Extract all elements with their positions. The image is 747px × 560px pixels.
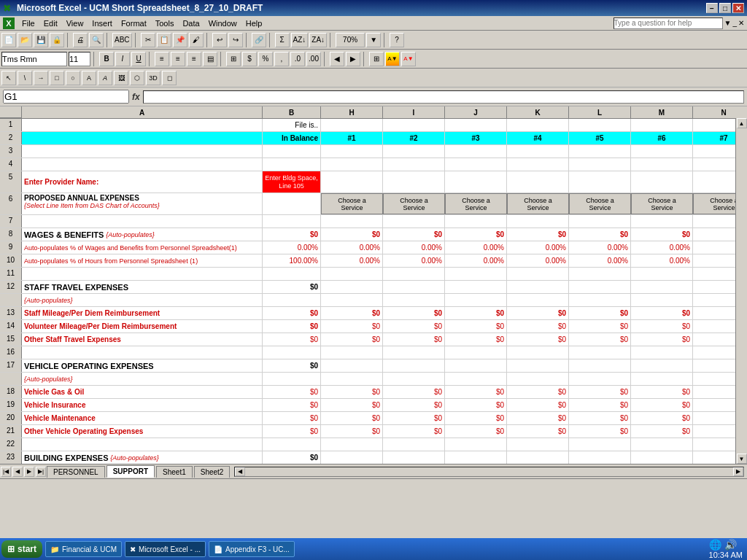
cell-A1[interactable]	[22, 119, 263, 131]
draw-wordart[interactable]: A	[98, 71, 112, 85]
tab-sheet2[interactable]: Sheet2	[194, 466, 231, 478]
cell-A17[interactable]: VEHICLE OPERATING EXPENSES	[22, 359, 263, 372]
menu-file[interactable]: File	[18, 18, 39, 29]
permission-button[interactable]: 🔒	[50, 33, 64, 47]
help-toolbar-button[interactable]: ?	[390, 33, 404, 47]
sort-za-button[interactable]: ZA↓	[309, 33, 327, 47]
vertical-scrollbar[interactable]: ▲ ▼	[735, 118, 747, 464]
cell-J6[interactable]: Choose aService	[445, 193, 507, 214]
new-button[interactable]: 📄	[1, 33, 16, 47]
cell-A9[interactable]: Auto-populates % of Wages and Benefits f…	[22, 241, 263, 254]
menu-tools[interactable]: Tools	[151, 18, 179, 29]
cell-B4[interactable]	[263, 158, 321, 171]
cell-B5[interactable]: Enter Bldg Space, Line 105	[263, 171, 321, 192]
cell-B6[interactable]	[263, 193, 321, 214]
menu-window[interactable]: Window	[204, 18, 241, 29]
tab-support[interactable]: SUPPORT	[107, 465, 155, 478]
cut-button[interactable]: ✂	[141, 33, 155, 47]
menu-help[interactable]: Help	[241, 18, 267, 29]
font-color-button[interactable]: A▼	[401, 52, 416, 66]
cell-A10[interactable]: Auto-populates % of Hours from Personnel…	[22, 254, 263, 267]
save-button[interactable]: 💾	[34, 33, 48, 47]
zoom-button[interactable]: 70%	[336, 33, 365, 47]
col-header-N[interactable]: N	[693, 106, 747, 118]
increase-decimal[interactable]: .0	[290, 52, 305, 66]
cell-A5[interactable]: Enter Provider Name:	[22, 171, 263, 192]
draw-diagram[interactable]: ⬡	[130, 71, 144, 85]
italic-button[interactable]: I	[115, 52, 130, 66]
tab-prev-button[interactable]: ◀	[12, 467, 23, 477]
paste-button[interactable]: 📌	[173, 33, 187, 47]
open-button[interactable]: 📂	[18, 33, 32, 47]
cell-A8[interactable]: WAGES & BENEFITS {Auto-populates}	[22, 228, 263, 241]
cell-I6[interactable]: Choose aService	[383, 193, 445, 214]
font-name-input[interactable]	[1, 52, 67, 66]
sort-az-button[interactable]: AZ↓	[291, 33, 309, 47]
comma-button[interactable]: ,	[274, 52, 289, 66]
taskbar-financial[interactable]: 📁 Financial & UCM	[45, 541, 122, 557]
menu-format[interactable]: Format	[117, 18, 151, 29]
col-header-J[interactable]: J	[445, 106, 507, 118]
decrease-decimal[interactable]: .00	[306, 52, 321, 66]
border-button[interactable]: ⊞	[369, 52, 384, 66]
cell-J1[interactable]	[445, 119, 507, 131]
cell-A6[interactable]: PROPOSED ANNUAL EXPENSES {Select Line It…	[22, 193, 263, 214]
cell-B8[interactable]: $0	[263, 228, 321, 241]
align-left-button[interactable]: ≡	[155, 52, 169, 66]
menu-view[interactable]: View	[62, 18, 88, 29]
col-header-B[interactable]: B	[263, 106, 321, 118]
cell-K1[interactable]	[507, 119, 569, 131]
cell-B1[interactable]: File is..	[263, 119, 321, 131]
cell-reference-box[interactable]	[3, 90, 129, 104]
cell-A3[interactable]	[22, 145, 263, 158]
col-header-I[interactable]: I	[383, 106, 445, 118]
printpreview-button[interactable]: 🔍	[89, 33, 104, 47]
cell-I2[interactable]: #2	[383, 132, 445, 144]
col-header-K[interactable]: K	[507, 106, 569, 118]
maximize-button[interactable]: □	[719, 3, 731, 13]
cell-L6[interactable]: Choose aService	[569, 193, 631, 214]
copy-button[interactable]: 📋	[157, 33, 171, 47]
align-center-button[interactable]: ≡	[171, 52, 185, 66]
tab-first-button[interactable]: |◀	[1, 467, 11, 477]
menu-edit[interactable]: Edit	[39, 18, 62, 29]
tab-last-button[interactable]: ▶|	[36, 467, 46, 477]
tab-personnel[interactable]: PERSONNEL	[47, 466, 105, 478]
undo-button[interactable]: ↩	[212, 33, 227, 47]
taskbar-excel[interactable]: ✖ Microsoft Excel - ...	[125, 541, 206, 557]
font-size-input[interactable]	[69, 52, 90, 66]
merge-button[interactable]: ⊞	[226, 52, 241, 66]
col-header-A[interactable]: A	[22, 106, 263, 118]
cell-H2[interactable]: #1	[321, 132, 383, 144]
menu-data[interactable]: Data	[178, 18, 204, 29]
cell-M6[interactable]: Choose aService	[631, 193, 693, 214]
col-header-M[interactable]: M	[631, 106, 693, 118]
scroll-down-button[interactable]: ▼	[737, 454, 747, 464]
cell-B2[interactable]: In Balance	[263, 132, 321, 144]
cell-I1[interactable]	[383, 119, 445, 131]
tab-sheet1[interactable]: Sheet1	[156, 466, 193, 478]
cell-H6[interactable]: Choose aService	[321, 193, 383, 214]
draw-clipart[interactable]: 🖼	[114, 71, 128, 85]
cell-A23[interactable]: BUILDING EXPENSES {Auto-populates}	[22, 451, 263, 464]
cell-L2[interactable]: #5	[569, 132, 631, 144]
start-button[interactable]: ⊞ start	[1, 540, 42, 558]
formula-input[interactable]	[143, 90, 744, 104]
zoom-dropdown[interactable]: ▼	[366, 33, 381, 47]
hscroll-right-button[interactable]: ▶	[733, 467, 743, 476]
percent-button[interactable]: %	[258, 52, 273, 66]
col-header-L[interactable]: L	[569, 106, 631, 118]
draw-3d[interactable]: 3D	[146, 71, 160, 85]
help-dropdown-icon[interactable]: ▼	[724, 19, 732, 27]
menu-insert[interactable]: Insert	[88, 18, 117, 29]
hscroll-left-button[interactable]: ◀	[235, 467, 245, 476]
cell-L1[interactable]	[569, 119, 631, 131]
cell-J2[interactable]: #3	[445, 132, 507, 144]
print-button[interactable]: 🖨	[73, 33, 88, 47]
help-input[interactable]	[614, 18, 723, 29]
formatpainter-button[interactable]: 🖌	[189, 33, 204, 47]
cell-K6[interactable]: Choose aService	[507, 193, 569, 214]
spellcheck-button[interactable]: ABC	[112, 33, 132, 47]
scroll-up-button[interactable]: ▲	[737, 118, 747, 128]
autosum-button[interactable]: Σ	[275, 33, 290, 47]
